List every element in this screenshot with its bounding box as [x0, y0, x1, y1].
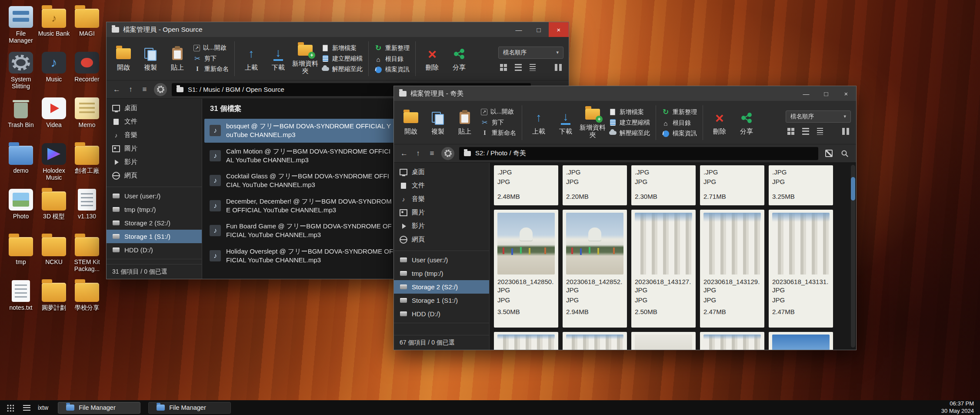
- file-info-button[interactable]: i 檔案資訊: [374, 66, 410, 74]
- sidebar-drive-item[interactable]: HDD (D:/): [107, 243, 202, 257]
- copy-button[interactable]: 複製: [424, 104, 451, 142]
- desktop-icon[interactable]: tmp: [4, 234, 37, 276]
- view-columns-button[interactable]: [842, 128, 849, 135]
- sidebar-drive-item[interactable]: User (user:/): [394, 253, 489, 267]
- settings-gear-button[interactable]: [441, 147, 454, 160]
- desktop-icon[interactable]: 創者工廠: [70, 143, 103, 184]
- taskbar-task-button[interactable]: File Manager: [58, 402, 140, 414]
- root-directory-button[interactable]: ⌂ 根目錄: [662, 119, 697, 127]
- cut-button[interactable]: ✂ 剪下: [193, 54, 229, 63]
- desktop-icon[interactable]: Music Bank: [37, 6, 70, 47]
- sidebar-place-item[interactable]: 文件: [394, 179, 489, 192]
- titlebar[interactable]: 檔案管理員 - Open Source — □ ×: [107, 22, 569, 37]
- share-button[interactable]: 分享: [733, 104, 760, 142]
- create-archive-button[interactable]: 建立壓縮檔: [321, 55, 363, 63]
- desktop-icon[interactable]: Recorder: [70, 52, 103, 93]
- photo-cell-clipped[interactable]: [494, 332, 558, 350]
- open-button[interactable]: 開啟: [110, 40, 137, 78]
- desktop-icon[interactable]: File Manager: [4, 6, 37, 47]
- rename-button[interactable]: I 重新命名: [481, 129, 516, 137]
- desktop-icon[interactable]: 3D 模型: [37, 189, 70, 230]
- photo-cell-clipped[interactable]: [700, 332, 764, 350]
- view-list-button[interactable]: [802, 128, 809, 135]
- desktop-icon[interactable]: STEM Kit Packag...: [70, 234, 103, 276]
- new-folder-button[interactable]: 新增資料夾: [292, 40, 319, 78]
- photo-cell-partial[interactable]: .JPG JPG 2.30MB: [631, 165, 696, 205]
- photo-cell-clipped[interactable]: [563, 332, 627, 350]
- titlebar[interactable]: 檔案管理員 - 奇美 — □ ×: [394, 86, 856, 101]
- desktop-icon[interactable]: v1.130: [70, 189, 103, 230]
- sidebar-place-item[interactable]: 影片: [394, 219, 489, 233]
- up-button[interactable]: ↑: [126, 85, 135, 94]
- desktop-icon[interactable]: Holodex Music: [37, 143, 70, 184]
- view-compact-button[interactable]: [530, 64, 536, 71]
- download-button[interactable]: ↓ 下載: [265, 40, 292, 78]
- refresh-button[interactable]: ↻ 重新整理: [662, 107, 697, 117]
- delete-button[interactable]: × 刪除: [706, 104, 733, 142]
- close-button[interactable]: ×: [836, 86, 856, 101]
- cut-button[interactable]: ✂ 剪下: [481, 118, 516, 127]
- desktop-icon[interactable]: 圓夢計劃: [37, 280, 70, 321]
- sidebar-place-item[interactable]: 桌面: [107, 101, 202, 115]
- menu-button[interactable]: ≡: [427, 149, 437, 158]
- sidebar-place-item[interactable]: 文件: [107, 115, 202, 128]
- paste-button[interactable]: 貼上: [164, 40, 191, 78]
- sidebar-place-item[interactable]: 圖片: [394, 206, 489, 219]
- upload-button[interactable]: ↑ 上載: [238, 40, 265, 78]
- photo-cell-partial[interactable]: .JPG JPG 2.20MB: [563, 165, 627, 205]
- sidebar-drive-item[interactable]: Storage 2 (S2:/): [394, 280, 489, 294]
- photo-cell-partial[interactable]: .JPG JPG 2.48MB: [494, 165, 558, 205]
- search-button[interactable]: [839, 150, 850, 157]
- clock[interactable]: 06:37 PM 30 May 2024: [941, 400, 974, 415]
- sidebar-place-item[interactable]: 音樂: [394, 192, 489, 206]
- edit-path-button[interactable]: [823, 150, 834, 157]
- task-list-button[interactable]: [20, 402, 33, 414]
- sidebar-drive-item[interactable]: Storage 2 (S2:/): [107, 216, 202, 230]
- desktop-icon[interactable]: Videa: [37, 97, 70, 139]
- upload-button[interactable]: ↑ 上載: [525, 104, 552, 142]
- desktop-icon[interactable]: 學校分享: [70, 280, 103, 321]
- app-launcher-button[interactable]: [4, 402, 16, 414]
- back-button[interactable]: ←: [400, 149, 409, 158]
- minimize-button[interactable]: —: [509, 22, 529, 37]
- sidebar-place-item[interactable]: 音樂: [107, 128, 202, 142]
- photo-cell-clipped[interactable]: [769, 332, 833, 350]
- refresh-button[interactable]: ↻ 重新整理: [374, 44, 410, 53]
- sidebar-drive-item[interactable]: tmp (tmp:/): [394, 267, 489, 280]
- scrollbar[interactable]: [851, 165, 855, 348]
- sort-order-dropdown[interactable]: 檔名順序 ▾: [786, 110, 851, 123]
- desktop-icon[interactable]: MAGI: [70, 6, 103, 47]
- extract-here-button[interactable]: 解壓縮至此: [321, 65, 363, 73]
- sidebar-place-item[interactable]: 網頁: [107, 169, 202, 182]
- sidebar-place-item[interactable]: 桌面: [394, 165, 489, 179]
- up-button[interactable]: ↑: [413, 149, 423, 158]
- desktop-icon[interactable]: System Slitting: [4, 52, 37, 93]
- path-field[interactable]: S2: / Photo / 奇美: [459, 147, 818, 160]
- scrollbar-thumb[interactable]: [851, 177, 855, 201]
- view-list-button[interactable]: [515, 64, 522, 71]
- download-button[interactable]: ↓ 下載: [552, 104, 579, 142]
- photo-cell[interactable]: 20230618_142852.JPG JPG 2.94MB: [563, 210, 627, 328]
- new-file-button[interactable]: 新增檔案: [609, 108, 650, 116]
- open-with-button[interactable]: ↗ 以...開啟: [193, 44, 229, 52]
- close-button[interactable]: ×: [549, 22, 569, 37]
- new-folder-button[interactable]: 新增資料夾: [579, 104, 606, 142]
- minimize-button[interactable]: —: [796, 86, 816, 101]
- rename-button[interactable]: I 重新命名: [193, 65, 229, 73]
- open-with-button[interactable]: ↗ 以...開啟: [481, 108, 516, 116]
- create-archive-button[interactable]: 建立壓縮檔: [609, 119, 650, 127]
- menu-button[interactable]: ≡: [140, 85, 149, 94]
- sidebar-drive-item[interactable]: User (user:/): [107, 189, 202, 203]
- photo-cell[interactable]: 20230618_143131.JPG JPG 2.47MB: [769, 210, 833, 328]
- desktop-icon[interactable]: Music: [37, 52, 70, 93]
- delete-button[interactable]: × 刪除: [419, 40, 446, 78]
- root-directory-button[interactable]: ⌂ 根目錄: [374, 55, 410, 63]
- sidebar-drive-item[interactable]: Storage 1 (S1:/): [394, 294, 489, 307]
- back-button[interactable]: ←: [112, 85, 121, 94]
- copy-button[interactable]: 複製: [137, 40, 164, 78]
- photo-cell[interactable]: 20230618_143129.JPG JPG 2.47MB: [700, 210, 764, 328]
- sidebar-place-item[interactable]: 網頁: [394, 233, 489, 246]
- photo-cell[interactable]: 20230618_142850.JPG JPG 3.50MB: [494, 210, 558, 328]
- file-info-button[interactable]: i 檔案資訊: [662, 130, 697, 137]
- paste-button[interactable]: 貼上: [451, 104, 478, 142]
